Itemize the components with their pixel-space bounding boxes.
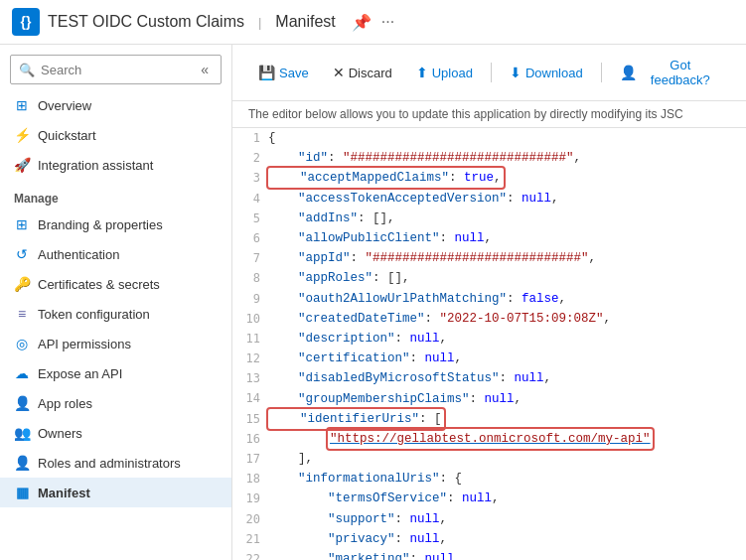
sidebar-item-overview[interactable]: ⊞ Overview bbox=[0, 90, 231, 120]
api-icon: ◎ bbox=[14, 336, 30, 351]
line-number: 20 bbox=[232, 509, 268, 529]
table-row: 3 "acceptMappedClaims": true, bbox=[232, 168, 746, 188]
more-icon[interactable]: ··· bbox=[381, 13, 394, 32]
line-number: 8 bbox=[232, 268, 268, 288]
upload-icon: ⬆ bbox=[416, 65, 428, 80]
table-row: 2 "id": "#############################", bbox=[232, 148, 746, 168]
table-row: 10 "createdDateTime": "2022-10-07T15:09:… bbox=[232, 309, 746, 329]
discard-icon: ✕ bbox=[333, 65, 345, 80]
sidebar-item-quickstart[interactable]: ⚡ Quickstart bbox=[0, 120, 231, 150]
sidebar-item-owners[interactable]: 👥 Owners bbox=[0, 418, 231, 448]
authentication-icon: ↺ bbox=[14, 246, 30, 262]
search-box[interactable]: 🔍 « bbox=[10, 55, 222, 84]
line-number: 19 bbox=[232, 489, 268, 508]
toolbar-separator2 bbox=[601, 63, 602, 82]
manifest-icon: ▦ bbox=[14, 485, 30, 500]
feedback-button[interactable]: 👤 Got feedback? bbox=[610, 53, 730, 92]
sidebar-item-approles[interactable]: 👤 App roles bbox=[0, 388, 231, 418]
line-content: "allowPublicClient": null, bbox=[268, 228, 746, 248]
line-number: 5 bbox=[232, 209, 268, 228]
integration-icon: 🚀 bbox=[14, 157, 30, 173]
line-content: "id": "#############################", bbox=[268, 148, 746, 168]
sidebar-item-label: Expose an API bbox=[38, 366, 122, 381]
table-row: 16 "https://gellabtest.onmicrosoft.com/m… bbox=[232, 429, 746, 449]
expose-icon: ☁ bbox=[14, 365, 30, 381]
line-content: "marketing": null bbox=[268, 549, 746, 560]
table-row: 21 "privacy": null, bbox=[232, 529, 746, 549]
sidebar-item-label: Owners bbox=[38, 426, 82, 441]
table-row: 22 "marketing": null bbox=[232, 549, 746, 560]
line-number: 17 bbox=[232, 449, 268, 469]
line-content: "appId": "############################", bbox=[268, 248, 746, 268]
table-row: 20 "support": null, bbox=[232, 509, 746, 529]
line-content: "informationalUris": { bbox=[268, 469, 746, 489]
search-icon: 🔍 bbox=[19, 63, 35, 77]
table-row: 12 "certification": null, bbox=[232, 349, 746, 368]
sidebar-item-label: Certificates & secrets bbox=[38, 277, 160, 292]
table-row: 15 "identifierUris": [ bbox=[232, 409, 746, 429]
line-content: "identifierUris": [ bbox=[268, 409, 746, 429]
save-button[interactable]: 💾 Save bbox=[248, 60, 319, 85]
line-content: "addIns": [], bbox=[268, 209, 746, 228]
overview-icon: ⊞ bbox=[14, 97, 30, 113]
line-number: 16 bbox=[232, 429, 268, 449]
editor-area[interactable]: 1 { 2 "id": "###########################… bbox=[232, 128, 746, 560]
line-content: "createdDateTime": "2022-10-07T15:09:08Z… bbox=[268, 309, 746, 329]
sidebar-item-branding[interactable]: ⊞ Branding & properties bbox=[0, 210, 231, 239]
collapse-icon[interactable]: « bbox=[197, 60, 213, 79]
body-container: 🔍 « ⊞ Overview ⚡ Quickstart 🚀 Integratio… bbox=[0, 45, 746, 560]
sidebar-item-integration[interactable]: 🚀 Integration assistant bbox=[0, 150, 231, 180]
table-row: 13 "disabledByMicrosoftStatus": null, bbox=[232, 368, 746, 388]
line-content: ], bbox=[268, 449, 746, 469]
save-icon: 💾 bbox=[258, 65, 275, 80]
line-number: 1 bbox=[232, 128, 268, 148]
header-separator: | bbox=[258, 15, 261, 30]
sidebar-item-roles[interactable]: 👤 Roles and administrators bbox=[0, 448, 231, 478]
upload-button[interactable]: ⬆ Upload bbox=[406, 60, 483, 85]
table-row: 18 "informationalUris": { bbox=[232, 469, 746, 489]
line-number: 18 bbox=[232, 469, 268, 489]
line-number: 21 bbox=[232, 529, 268, 549]
table-row: 19 "termsOfService": null, bbox=[232, 489, 746, 508]
sidebar-item-label: API permissions bbox=[38, 337, 131, 351]
line-content: "oauth2AllowUrlPathMatching": false, bbox=[268, 289, 746, 309]
table-row: 8 "appRoles": [], bbox=[232, 268, 746, 288]
owners-icon: 👥 bbox=[14, 425, 30, 441]
sidebar-item-expose[interactable]: ☁ Expose an API bbox=[0, 358, 231, 388]
sidebar-item-manifest[interactable]: ▦ Manifest bbox=[0, 478, 231, 507]
line-content: "privacy": null, bbox=[268, 529, 746, 549]
branding-icon: ⊞ bbox=[14, 216, 30, 232]
sidebar-item-certs[interactable]: 🔑 Certificates & secrets bbox=[0, 269, 231, 299]
sidebar-item-label: Branding & properties bbox=[38, 217, 163, 232]
sidebar-item-token[interactable]: ≡ Token configuration bbox=[0, 299, 231, 329]
line-number: 15 bbox=[232, 409, 268, 429]
sidebar-item-label: Quickstart bbox=[38, 128, 96, 143]
table-row: 9 "oauth2AllowUrlPathMatching": false, bbox=[232, 289, 746, 309]
sidebar: 🔍 « ⊞ Overview ⚡ Quickstart 🚀 Integratio… bbox=[0, 45, 232, 560]
download-button[interactable]: ⬇ Download bbox=[500, 60, 593, 85]
certs-icon: 🔑 bbox=[14, 276, 30, 292]
sidebar-item-label: Roles and administrators bbox=[38, 456, 181, 471]
table-row: 11 "description": null, bbox=[232, 329, 746, 349]
page-title: Manifest bbox=[275, 13, 335, 31]
sidebar-item-label: Overview bbox=[38, 98, 91, 113]
roles-icon: 👤 bbox=[14, 455, 30, 471]
discard-button[interactable]: ✕ Discard bbox=[323, 60, 402, 85]
line-number: 7 bbox=[232, 248, 268, 268]
line-number: 2 bbox=[232, 148, 268, 168]
pin-icon[interactable]: 📌 bbox=[352, 13, 372, 32]
sidebar-item-label: Integration assistant bbox=[38, 158, 153, 173]
sidebar-item-authentication[interactable]: ↺ Authentication bbox=[0, 239, 231, 269]
line-content: "disabledByMicrosoftStatus": null, bbox=[268, 368, 746, 388]
toolbar-separator bbox=[491, 63, 492, 82]
sidebar-item-api[interactable]: ◎ API permissions bbox=[0, 329, 231, 358]
sidebar-item-label: Manifest bbox=[38, 486, 90, 500]
table-row: 6 "allowPublicClient": null, bbox=[232, 228, 746, 248]
search-input[interactable] bbox=[41, 63, 191, 77]
main-content: 💾 Save ✕ Discard ⬆ Upload ⬇ Download 👤 G… bbox=[232, 45, 746, 560]
code-editor: 1 { 2 "id": "###########################… bbox=[232, 128, 746, 560]
sidebar-nav: ⊞ Overview ⚡ Quickstart 🚀 Integration as… bbox=[0, 90, 231, 560]
line-content: "https://gellabtest.onmicrosoft.com/my-a… bbox=[268, 429, 746, 449]
line-content: "certification": null, bbox=[268, 349, 746, 368]
table-row: 14 "groupMembershipClaims": null, bbox=[232, 388, 746, 408]
